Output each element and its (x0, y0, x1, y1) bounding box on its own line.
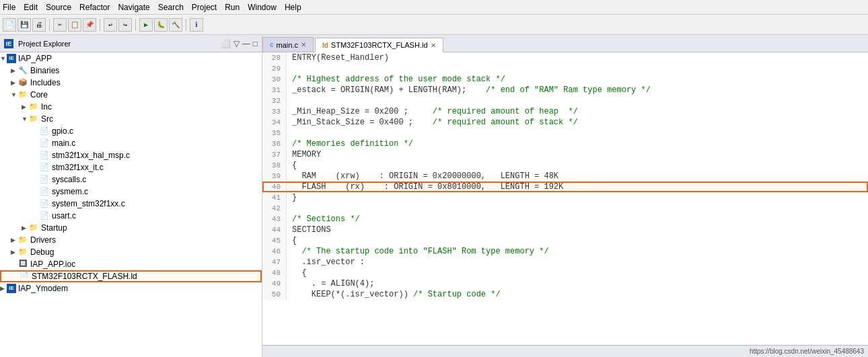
panel-maximize[interactable]: □ (253, 39, 258, 48)
code-line-38: 38 { (262, 160, 868, 171)
tree-item-gpio-c[interactable]: 📄 gpio.c (0, 125, 262, 137)
usart-c-icon: 📄 (39, 211, 50, 221)
project-icon-iap-ymodem: IE (7, 284, 16, 293)
tree-item-ld[interactable]: 📄 STM32F103RCTX_FLASH.ld (0, 270, 262, 282)
tree-label-hal-msp-c: stm32f1xx_hal_msp.c (52, 151, 130, 160)
tree-item-startup[interactable]: ▶ 📁 Startup (0, 222, 262, 234)
tree-item-hal-msp-c[interactable]: 📄 stm32f1xx_hal_msp.c (0, 149, 262, 161)
tree-item-it-c[interactable]: 📄 stm32f1xx_it.c (0, 161, 262, 173)
tree-item-includes[interactable]: ▶ 📦 Includes (0, 77, 262, 89)
tree-label-gpio-c: gpio.c (52, 126, 73, 136)
code-line-39: 39 RAM (xrw) : ORIGIN = 0x20000000, LENG… (262, 171, 868, 182)
toolbar-run[interactable]: ▶ (139, 18, 153, 32)
tab-main-c-close[interactable]: ✕ (301, 41, 306, 48)
line-num-35: 35 (262, 128, 287, 138)
panel-header-title: IE Project Explorer (4, 39, 71, 48)
tree-label-system-c: system_stm32f1xx.c (52, 199, 125, 208)
menu-window[interactable]: Window (248, 3, 277, 12)
menu-run[interactable]: Run (225, 3, 240, 12)
menu-source[interactable]: Source (46, 3, 71, 12)
tree-item-ioc[interactable]: 🔲 IAP_APP.ioc (0, 258, 262, 270)
tree-item-syscalls-c[interactable]: 📄 syscalls.c (0, 173, 262, 186)
ld-file-icon: 📄 (19, 272, 30, 281)
line-num-38: 38 (262, 160, 287, 171)
toolbar-info[interactable]: ℹ (190, 18, 203, 32)
menu-navigate[interactable]: Navigate (118, 3, 149, 12)
tree-label-ioc: IAP_APP.ioc (30, 260, 75, 269)
line-num-39: 39 (262, 171, 287, 182)
code-line-28: 28 ENTRY(Reset_Handler) (262, 52, 868, 63)
tree-arrow-debug: ▶ (11, 249, 17, 255)
menu-help[interactable]: Help (285, 3, 301, 12)
tree-item-iap-app[interactable]: ▼ IE IAP_APP (0, 52, 262, 65)
code-line-32: 32 (262, 95, 868, 106)
tab-ld-icon: ld (322, 42, 328, 49)
tree-item-system-c[interactable]: 📄 system_stm32f1xx.c (0, 198, 262, 210)
line-num-29: 29 (262, 63, 287, 74)
toolbar-debug[interactable]: 🐛 (154, 18, 168, 32)
project-explorer-icon: IE (4, 39, 13, 48)
core-folder-icon: 📁 (17, 90, 28, 100)
code-editor[interactable]: 28 ENTRY(Reset_Handler) 29 30 /* Highest… (262, 52, 868, 345)
code-line-46: 46 /* The startup code into "FLASH" Rom … (262, 246, 868, 257)
ioc-icon: 🔲 (17, 260, 28, 269)
code-line-33: 33 _Min_Heap_Size = 0x200 ; /* required … (262, 106, 868, 117)
menu-refactor[interactable]: Refactor (79, 3, 110, 12)
syscalls-c-icon: 📄 (39, 175, 50, 184)
line-content-42 (287, 203, 297, 214)
tab-flash-ld-close[interactable]: ✕ (431, 42, 436, 49)
line-content-34: _Min_Stack_Size = 0x400 ; /* required am… (287, 117, 578, 128)
tree-item-sysmem-c[interactable]: 📄 sysmem.c (0, 186, 262, 198)
menu-file[interactable]: File (3, 3, 15, 12)
tab-flash-ld-label: STM32F103RCTX_FLASH.ld (331, 41, 428, 49)
tree-arrow-inc: ▶ (22, 104, 28, 110)
toolbar-print[interactable]: 🖨 (32, 18, 46, 32)
tree-label-sysmem-c: sysmem.c (52, 187, 88, 196)
menu-search[interactable]: Search (158, 3, 184, 12)
code-line-31: 31 _estack = ORIGIN(RAM) + LENGTH(RAM); … (262, 85, 868, 95)
toolbar-undo[interactable]: ↩ (104, 18, 117, 32)
tree-label-startup: Startup (41, 223, 67, 233)
line-content-40: FLASH (rx) : ORIGIN = 0x8010000, LENGTH … (287, 182, 563, 192)
panel-minimize[interactable]: — (242, 39, 250, 48)
panel-action-dropdown[interactable]: ▽ (233, 39, 240, 48)
menu-edit[interactable]: Edit (24, 3, 38, 12)
line-content-39: RAM (xrw) : ORIGIN = 0x20000000, LENGTH … (287, 171, 558, 182)
tab-main-c[interactable]: c main.c ✕ (262, 37, 314, 52)
tree-item-src[interactable]: ▼ 📁 Src (0, 113, 262, 125)
line-num-45: 45 (262, 235, 287, 246)
toolbar-cut[interactable]: ✂ (53, 18, 67, 32)
tree-item-binaries[interactable]: ▶ 🔧 Binaries (0, 65, 262, 77)
code-line-45: 45 { (262, 235, 868, 246)
panel-action-sync[interactable]: ⬜ (221, 39, 231, 48)
tree-item-usart-c[interactable]: 📄 usart.c (0, 210, 262, 222)
toolbar-build[interactable]: 🔨 (169, 18, 182, 32)
tree-item-core[interactable]: ▼ 📁 Core (0, 89, 262, 101)
menu-project[interactable]: Project (192, 3, 217, 12)
line-num-40: 40 (262, 182, 287, 192)
toolbar-save[interactable]: 💾 (17, 18, 31, 32)
tree-item-inc[interactable]: ▶ 📁 Inc (0, 101, 262, 113)
line-content-30: /* Highest address of the user mode stac… (287, 74, 505, 85)
tree-label-includes: Includes (30, 78, 61, 87)
line-num-30: 30 (262, 74, 287, 85)
tree-item-main-c[interactable]: 📄 main.c (0, 137, 262, 149)
line-num-46: 46 (262, 246, 287, 257)
toolbar-paste[interactable]: 📌 (83, 18, 96, 32)
toolbar-sep-1 (49, 19, 50, 31)
tree-item-drivers[interactable]: ▶ 📁 Drivers (0, 234, 262, 246)
tab-flash-ld[interactable]: ld STM32F103RCTX_FLASH.ld ✕ (315, 38, 443, 52)
line-content-41: } (287, 192, 297, 203)
line-content-28: ENTRY(Reset_Handler) (287, 52, 389, 63)
tab-c-icon: c (270, 41, 274, 48)
toolbar-redo[interactable]: ↪ (118, 18, 132, 32)
inc-folder-icon: 📁 (28, 102, 39, 112)
toolbar-copy[interactable]: 📋 (68, 18, 81, 32)
editor-area: c main.c ✕ ld STM32F103RCTX_FLASH.ld ✕ 2… (262, 35, 868, 357)
toolbar-new[interactable]: 📄 (3, 18, 16, 32)
tree-item-debug[interactable]: ▶ 📁 Debug (0, 246, 262, 258)
tree-label-iap-app: IAP_APP (18, 54, 52, 63)
tree-item-iap-ymodem[interactable]: ▶ IE IAP_Ymodem (0, 282, 262, 294)
includes-icon: 📦 (17, 78, 28, 87)
system-c-icon: 📄 (39, 199, 50, 208)
